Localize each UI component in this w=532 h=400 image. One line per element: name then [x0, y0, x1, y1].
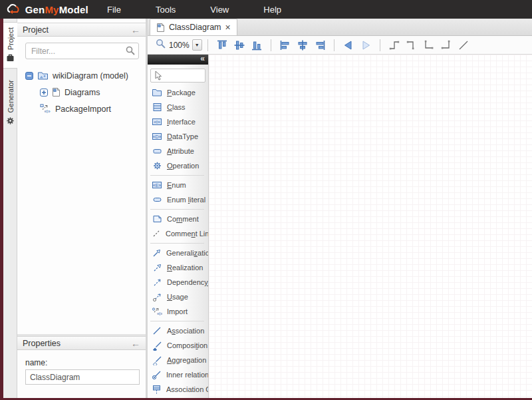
left-panel-column: Project ← wikiDiagram (model)Diagrams«I»…	[17, 19, 146, 398]
comment-link-icon	[152, 229, 161, 238]
package-import-icon: «I»	[40, 104, 51, 114]
palette-item-import[interactable]: «I»Import	[148, 304, 208, 319]
palette-item-label: Import	[167, 307, 188, 315]
palette-item-realization[interactable]: Realization	[148, 260, 208, 275]
palette-item-package[interactable]: Package	[148, 85, 208, 100]
comment-icon	[152, 214, 162, 224]
menu-file[interactable]: File	[107, 5, 121, 15]
diagram-canvas[interactable]	[209, 55, 532, 398]
diagram-tab-icon	[156, 23, 165, 33]
svg-text:«D»: «D»	[153, 134, 162, 139]
menu-help[interactable]: Help	[263, 5, 281, 15]
menu-view[interactable]: View	[210, 5, 229, 15]
route-corner-icon[interactable]	[422, 38, 436, 53]
toolbar-separator	[207, 39, 208, 51]
palette-item-usage[interactable]: Usage	[148, 290, 208, 304]
palette-separator	[150, 209, 204, 210]
close-icon[interactable]: ×	[225, 23, 231, 32]
cloud-logo-icon	[5, 3, 21, 16]
svg-text:«I»: «I»	[154, 120, 160, 124]
route-corner-right-icon[interactable]	[439, 38, 454, 53]
palette-item-label: Package	[167, 89, 196, 97]
model-icon	[37, 71, 49, 81]
svg-text:«E»: «E»	[153, 183, 162, 188]
sidebar-tab-label: Project	[7, 27, 15, 50]
interface-icon: «I»	[152, 117, 162, 126]
palette-separator	[150, 243, 204, 244]
zoom-dropdown-button[interactable]: ▼	[192, 39, 202, 51]
palette-item-operation[interactable]: Operation	[148, 158, 208, 173]
tree-row[interactable]: wikiDiagram (model)	[17, 67, 146, 84]
palette-item-label: Operation	[167, 162, 199, 170]
route-straight-icon[interactable]	[456, 38, 471, 53]
cursor-icon	[154, 71, 162, 81]
palette-item-label: Attribute	[167, 147, 194, 155]
route-step-icon[interactable]	[387, 38, 402, 53]
palette-item-label: Aggregation	[167, 356, 206, 364]
tree-collapse-icon[interactable]	[25, 72, 33, 80]
palette-item-comment-link[interactable]: Comment Link	[148, 226, 208, 241]
align-center-icon[interactable]	[295, 38, 310, 53]
palette-item-label: Inner relation	[166, 371, 209, 379]
tree-row[interactable]: «I»PackageImport	[17, 100, 146, 117]
topbar: GenMyModel FileToolsViewHelp	[0, 0, 532, 19]
flip-left-icon[interactable]	[341, 38, 356, 53]
editor-area: ClassDiagram × 100% ▼ «	[148, 19, 532, 398]
sidebar-tab-generator[interactable]: Generator	[3, 75, 17, 131]
palette-item-label: Generalization	[166, 249, 209, 257]
align-top-icon[interactable]	[215, 38, 229, 53]
align-middle-icon[interactable]	[232, 38, 247, 53]
palette-item-attribute[interactable]: Attribute	[148, 144, 208, 158]
properties-panel-header: Properties ←	[17, 336, 146, 350]
palette-item-label: Class	[167, 103, 186, 111]
toolbar-separator	[380, 39, 380, 51]
search-icon	[126, 46, 135, 58]
tab-classdiagram[interactable]: ClassDiagram ×	[150, 19, 237, 35]
palette-item-enum[interactable]: «E»Enum	[148, 178, 208, 192]
palette-item-label: Realization	[167, 264, 203, 272]
route-elbow-down-icon[interactable]	[404, 38, 419, 53]
tree-node-label: Diagrams	[65, 88, 100, 97]
palette-item-dependency[interactable]: Dependency	[148, 275, 208, 290]
tree-row[interactable]: Diagrams	[17, 84, 146, 100]
project-panel-title: Project	[23, 25, 49, 35]
collapse-panel-icon[interactable]: ←	[131, 339, 140, 348]
filter-input[interactable]	[25, 43, 139, 59]
palette-item-composition[interactable]: Composition	[148, 338, 208, 353]
usage-icon	[152, 292, 162, 301]
palette-item-class[interactable]: Class	[148, 100, 208, 114]
properties-panel-title: Properties	[23, 339, 61, 348]
logo-text: GenMyModel	[25, 4, 88, 15]
palette-separator	[150, 321, 204, 321]
name-field[interactable]	[25, 369, 140, 385]
flip-right-icon[interactable]	[358, 38, 373, 53]
palette-item-comment[interactable]: Comment	[148, 212, 208, 226]
palette-item-label: Usage	[167, 293, 188, 301]
enum-icon: «E»	[152, 180, 162, 190]
palette-item-label: Association Cl...	[166, 385, 209, 393]
selection-tool-button[interactable]	[150, 69, 205, 83]
sidebar-tab-project[interactable]: Project	[3, 22, 17, 69]
toolbar-separator	[271, 39, 271, 51]
collapse-panel-icon[interactable]: ←	[131, 25, 140, 35]
palette-item-generalization[interactable]: Generalization	[148, 246, 208, 260]
palette-item-datatype[interactable]: «D»DataType	[148, 129, 208, 144]
svg-text:«I»: «I»	[157, 311, 162, 316]
palette-item-enum-literal[interactable]: Enum literal	[148, 192, 208, 207]
palette-item-interface[interactable]: «I»Interface	[148, 114, 208, 129]
palette-item-label: Composition	[167, 341, 207, 349]
palette-item-inner-relation[interactable]: Inner relation	[148, 367, 208, 382]
datatype-icon: «D»	[152, 132, 162, 141]
align-right-icon[interactable]	[313, 38, 327, 53]
tree-expand-icon[interactable]	[40, 89, 48, 97]
menu-tools[interactable]: Tools	[156, 5, 176, 15]
generalization-icon	[152, 248, 162, 258]
palette-item-association-class[interactable]: Association Cl...	[148, 382, 208, 397]
align-left-icon[interactable]	[278, 38, 293, 53]
aggregation-icon	[152, 355, 162, 365]
palette-item-association[interactable]: Association	[148, 323, 208, 338]
toolbar-separator	[334, 39, 334, 51]
align-bottom-icon[interactable]	[249, 38, 264, 53]
palette-collapse-button[interactable]: «	[148, 55, 208, 65]
palette-item-aggregation[interactable]: Aggregation	[148, 353, 208, 367]
